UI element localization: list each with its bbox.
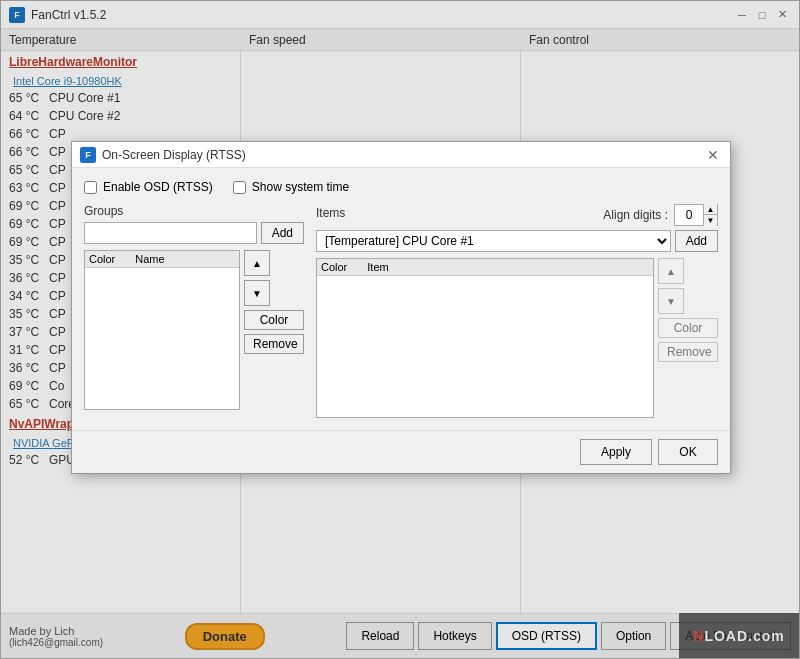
show-system-time-checkbox[interactable] bbox=[233, 181, 246, 194]
modal-overlay: F On-Screen Display (RTSS) ✕ Enable OSD … bbox=[1, 1, 799, 658]
align-digits-label: Align digits : bbox=[603, 208, 668, 222]
apply-button[interactable]: Apply bbox=[580, 439, 652, 465]
items-section: Items Align digits : ▲ ▼ bbox=[316, 204, 718, 418]
groups-up-button[interactable]: ▲ bbox=[244, 250, 270, 276]
digit-arrows: ▲ ▼ bbox=[703, 204, 717, 226]
dialog-titlebar: F On-Screen Display (RTSS) ✕ bbox=[72, 142, 730, 168]
show-system-time-checkbox-label[interactable]: Show system time bbox=[233, 180, 349, 194]
items-down-button[interactable]: ▼ bbox=[658, 288, 684, 314]
groups-down-button[interactable]: ▼ bbox=[244, 280, 270, 306]
items-up-button[interactable]: ▲ bbox=[658, 258, 684, 284]
show-system-time-label: Show system time bbox=[252, 180, 349, 194]
items-label: Items bbox=[316, 206, 345, 220]
items-input-row: [Temperature] CPU Core #1 Add bbox=[316, 230, 718, 252]
dialog-title-group: F On-Screen Display (RTSS) bbox=[80, 147, 246, 163]
groups-name-col: Name bbox=[135, 253, 164, 265]
groups-controls: ▲ ▼ Color Remove bbox=[244, 250, 304, 410]
items-list[interactable]: Color Item bbox=[316, 258, 654, 418]
ok-button[interactable]: OK bbox=[658, 439, 718, 465]
items-color-button[interactable]: Color bbox=[658, 318, 718, 338]
group-name-input[interactable] bbox=[84, 222, 257, 244]
dialog-icon: F bbox=[80, 147, 96, 163]
groups-color-col: Color bbox=[89, 253, 115, 265]
groups-label: Groups bbox=[84, 204, 304, 218]
items-remove-button[interactable]: Remove bbox=[658, 342, 718, 362]
items-color-col: Color bbox=[321, 261, 347, 273]
items-add-button[interactable]: Add bbox=[675, 230, 718, 252]
items-item-col: Item bbox=[367, 261, 388, 273]
enable-osd-checkbox[interactable] bbox=[84, 181, 97, 194]
digit-down-button[interactable]: ▼ bbox=[703, 215, 717, 226]
dialog-footer: Apply OK bbox=[72, 430, 730, 473]
groups-list-header: Color Name bbox=[85, 251, 239, 268]
items-list-header: Color Item bbox=[317, 259, 653, 276]
items-select[interactable]: [Temperature] CPU Core #1 bbox=[316, 230, 671, 252]
osd-dialog: F On-Screen Display (RTSS) ✕ Enable OSD … bbox=[71, 141, 731, 474]
groups-add-button[interactable]: Add bbox=[261, 222, 304, 244]
enable-osd-checkbox-label[interactable]: Enable OSD (RTSS) bbox=[84, 180, 213, 194]
dialog-columns: Groups Add Color Name bbox=[84, 204, 718, 418]
items-right: Align digits : ▲ ▼ bbox=[603, 204, 718, 226]
items-header-row: Items Align digits : ▲ ▼ bbox=[316, 204, 718, 226]
groups-list-wrapper: Color Name ▲ ▼ Color Remove bbox=[84, 250, 304, 410]
items-controls: ▲ ▼ Color Remove bbox=[658, 258, 718, 418]
enable-osd-label: Enable OSD (RTSS) bbox=[103, 180, 213, 194]
align-digits-input-wrap: ▲ ▼ bbox=[674, 204, 718, 226]
group-input-row: Add bbox=[84, 222, 304, 244]
groups-list[interactable]: Color Name bbox=[84, 250, 240, 410]
dialog-body: Enable OSD (RTSS) Show system time Group… bbox=[72, 168, 730, 430]
dialog-close-button[interactable]: ✕ bbox=[704, 146, 722, 164]
dialog-title-text: On-Screen Display (RTSS) bbox=[102, 148, 246, 162]
main-window: F FanCtrl v1.5.2 ─ □ ✕ Temperature Fan s… bbox=[0, 0, 800, 659]
groups-remove-button[interactable]: Remove bbox=[244, 334, 304, 354]
digit-up-button[interactable]: ▲ bbox=[703, 204, 717, 215]
groups-color-button[interactable]: Color bbox=[244, 310, 304, 330]
groups-section: Groups Add Color Name bbox=[84, 204, 304, 418]
align-digits-input[interactable] bbox=[675, 208, 703, 222]
items-list-wrapper: Color Item ▲ ▼ Color Remove bbox=[316, 258, 718, 418]
dialog-top-row: Enable OSD (RTSS) Show system time bbox=[84, 180, 718, 194]
